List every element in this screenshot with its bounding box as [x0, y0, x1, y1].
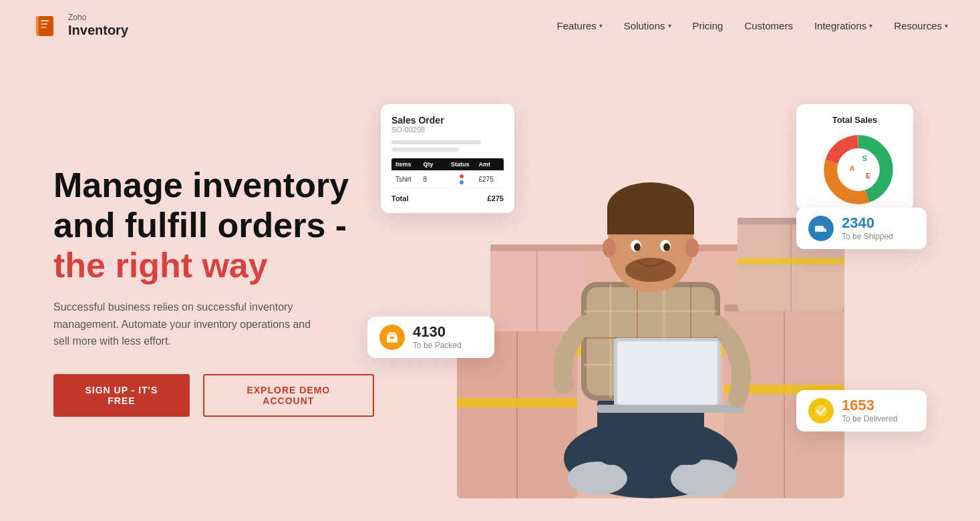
truck-icon	[814, 222, 828, 235]
delivered-info: 1653 To be Delivered	[842, 398, 897, 423]
svg-point-53	[840, 152, 876, 188]
svg-text:E: E	[866, 172, 870, 180]
nav-link-integrations[interactable]: Integrations ▾	[814, 20, 872, 31]
svg-rect-4	[41, 27, 46, 28]
nav-link-customers[interactable]: Customers	[744, 20, 793, 31]
nav-item-resources[interactable]: Resources ▾	[894, 20, 948, 31]
svg-rect-57	[387, 335, 397, 343]
nav-item-features[interactable]: Features ▾	[557, 20, 603, 31]
so-title: Sales Order	[391, 115, 504, 126]
hero-text: Manage inventory and fulfill orders - th…	[53, 166, 374, 417]
sales-order-card: Sales Order SO-00208 Items Qty Status Am…	[381, 104, 514, 213]
nav-link-features[interactable]: Features ▾	[557, 20, 603, 31]
svg-rect-39	[597, 405, 744, 413]
box-icon	[385, 331, 399, 344]
svg-point-43	[603, 238, 616, 257]
demo-button[interactable]: EXPLORE DEMO ACCOUNT	[203, 374, 374, 417]
svg-point-25	[567, 462, 627, 495]
signup-button[interactable]: SIGN UP - IT'S FREE	[53, 374, 190, 417]
delivered-icon	[808, 398, 834, 423]
navbar: Zoho Inventory Features ▾ Solutions ▾ Pr…	[0, 0, 980, 51]
so-table-row: Tshirt 8 £275	[391, 170, 504, 189]
chevron-down-icon: ▾	[668, 22, 671, 29]
delivered-stat-card: 1653 To be Delivered	[796, 390, 927, 431]
nav-item-pricing[interactable]: Pricing	[693, 20, 723, 31]
ts-donut: A S E	[822, 133, 888, 200]
svg-rect-38	[617, 341, 717, 405]
logo-zoho: Zoho	[68, 13, 128, 22]
packed-label: To be Packed	[413, 341, 462, 350]
packed-info: 4130 To be Packed	[413, 325, 462, 350]
shipped-number: 2340	[842, 216, 893, 230]
total-sales-card: Total Sales A S E	[796, 104, 913, 210]
shipped-icon	[808, 216, 834, 241]
hero-title-accent: the right way	[53, 246, 268, 285]
person-illustration	[510, 138, 791, 512]
svg-rect-3	[41, 23, 47, 25]
svg-point-47	[634, 243, 641, 251]
nav-item-solutions[interactable]: Solutions ▾	[624, 20, 671, 31]
so-line-2	[391, 148, 459, 152]
svg-text:A: A	[849, 164, 854, 172]
chevron-down-icon: ▾	[869, 22, 872, 29]
nav-item-customers[interactable]: Customers	[744, 20, 793, 31]
hero-title: Manage inventory and fulfill orders - th…	[53, 166, 374, 285]
hero-visual: Sales Order SO-00208 Items Qty Status Am…	[374, 71, 927, 512]
dot-red	[460, 174, 464, 178]
dot-blue	[460, 180, 464, 184]
shipped-info: 2340 To be Shipped	[842, 216, 893, 241]
logo-text: Zoho Inventory	[68, 13, 128, 37]
svg-point-49	[625, 258, 676, 282]
so-number: SO-00208	[391, 126, 504, 134]
so-total: Total £275	[391, 194, 504, 202]
so-table-header: Items Qty Status Amt	[391, 158, 504, 170]
svg-rect-58	[390, 337, 394, 339]
svg-point-44	[685, 238, 699, 257]
delivered-number: 1653	[842, 398, 897, 413]
nav-link-pricing[interactable]: Pricing	[693, 20, 723, 31]
chevron-down-icon: ▾	[945, 22, 948, 29]
packed-icon	[379, 325, 405, 350]
delivered-label: To be Delivered	[842, 414, 897, 423]
svg-point-26	[671, 460, 738, 497]
checkmark-icon	[814, 404, 828, 417]
svg-rect-59	[815, 226, 824, 232]
nav-link-resources[interactable]: Resources ▾	[894, 20, 948, 31]
svg-point-60	[816, 232, 819, 234]
so-line-1	[391, 140, 481, 144]
nav-links: Features ▾ Solutions ▾ Pricing Customers…	[557, 20, 948, 31]
shipped-stat-card: 2340 To be Shipped	[796, 208, 927, 249]
packed-stat-card: 4130 To be Packed	[367, 317, 494, 358]
nav-link-solutions[interactable]: Solutions ▾	[624, 20, 671, 31]
status-dots	[451, 174, 472, 184]
logo[interactable]: Zoho Inventory	[32, 11, 128, 40]
svg-rect-42	[607, 208, 694, 234]
svg-rect-2	[41, 20, 49, 21]
svg-point-61	[823, 232, 826, 234]
hero-buttons: SIGN UP - IT'S FREE EXPLORE DEMO ACCOUNT	[53, 374, 374, 417]
shipped-label: To be Shipped	[842, 232, 893, 241]
hero-section: Manage inventory and fulfill orders - th…	[0, 51, 980, 518]
logo-inventory: Inventory	[68, 23, 128, 37]
hero-subtitle: Successful business relies on successful…	[53, 299, 321, 350]
chevron-down-icon: ▾	[599, 22, 603, 29]
svg-point-48	[663, 243, 670, 251]
svg-text:S: S	[862, 154, 866, 162]
packed-number: 4130	[413, 325, 462, 339]
svg-rect-1	[39, 16, 53, 36]
logo-icon	[32, 11, 61, 40]
nav-item-integrations[interactable]: Integrations ▾	[814, 20, 872, 31]
ts-title: Total Sales	[807, 115, 903, 125]
